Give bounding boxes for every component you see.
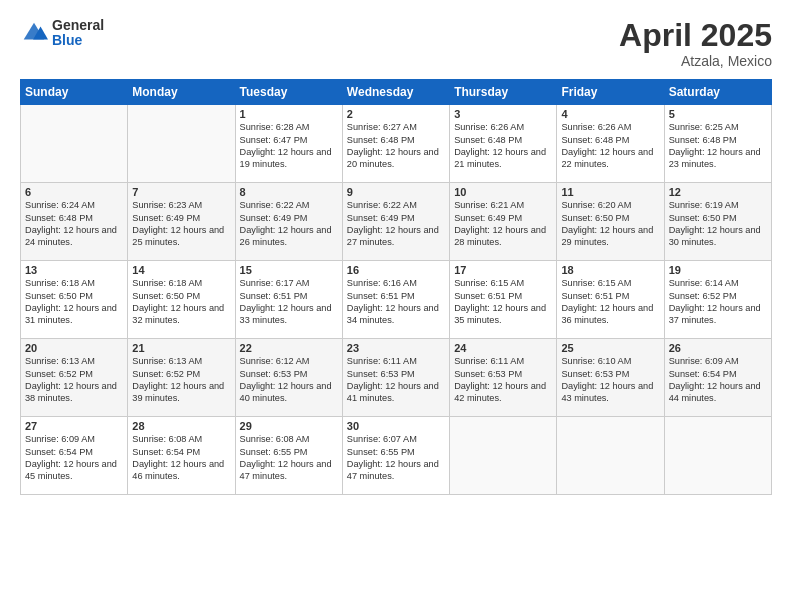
month-title: April 2025: [619, 18, 772, 53]
day-info: Sunrise: 6:26 AMSunset: 6:48 PMDaylight:…: [454, 121, 552, 171]
day-info: Sunrise: 6:09 AMSunset: 6:54 PMDaylight:…: [25, 433, 123, 483]
day-cell: 7Sunrise: 6:23 AMSunset: 6:49 PMDaylight…: [128, 183, 235, 261]
day-info: Sunrise: 6:10 AMSunset: 6:53 PMDaylight:…: [561, 355, 659, 405]
week-row-1: 1Sunrise: 6:28 AMSunset: 6:47 PMDaylight…: [21, 105, 772, 183]
col-saturday: Saturday: [664, 80, 771, 105]
day-info: Sunrise: 6:07 AMSunset: 6:55 PMDaylight:…: [347, 433, 445, 483]
col-wednesday: Wednesday: [342, 80, 449, 105]
day-number: 23: [347, 342, 445, 354]
week-row-4: 20Sunrise: 6:13 AMSunset: 6:52 PMDayligh…: [21, 339, 772, 417]
day-info: Sunrise: 6:15 AMSunset: 6:51 PMDaylight:…: [454, 277, 552, 327]
day-number: 26: [669, 342, 767, 354]
day-number: 13: [25, 264, 123, 276]
day-info: Sunrise: 6:21 AMSunset: 6:49 PMDaylight:…: [454, 199, 552, 249]
day-info: Sunrise: 6:14 AMSunset: 6:52 PMDaylight:…: [669, 277, 767, 327]
day-info: Sunrise: 6:17 AMSunset: 6:51 PMDaylight:…: [240, 277, 338, 327]
day-info: Sunrise: 6:09 AMSunset: 6:54 PMDaylight:…: [669, 355, 767, 405]
day-cell: 11Sunrise: 6:20 AMSunset: 6:50 PMDayligh…: [557, 183, 664, 261]
page-header: General Blue April 2025 Atzala, Mexico: [20, 18, 772, 69]
day-number: 27: [25, 420, 123, 432]
day-cell: [450, 417, 557, 495]
day-info: Sunrise: 6:12 AMSunset: 6:53 PMDaylight:…: [240, 355, 338, 405]
day-info: Sunrise: 6:20 AMSunset: 6:50 PMDaylight:…: [561, 199, 659, 249]
day-number: 21: [132, 342, 230, 354]
day-cell: 3Sunrise: 6:26 AMSunset: 6:48 PMDaylight…: [450, 105, 557, 183]
day-number: 7: [132, 186, 230, 198]
col-sunday: Sunday: [21, 80, 128, 105]
day-cell: 23Sunrise: 6:11 AMSunset: 6:53 PMDayligh…: [342, 339, 449, 417]
day-cell: 2Sunrise: 6:27 AMSunset: 6:48 PMDaylight…: [342, 105, 449, 183]
day-cell: [557, 417, 664, 495]
day-info: Sunrise: 6:19 AMSunset: 6:50 PMDaylight:…: [669, 199, 767, 249]
day-number: 5: [669, 108, 767, 120]
day-cell: 8Sunrise: 6:22 AMSunset: 6:49 PMDaylight…: [235, 183, 342, 261]
day-number: 4: [561, 108, 659, 120]
calendar-page: General Blue April 2025 Atzala, Mexico S…: [0, 0, 792, 612]
day-cell: 17Sunrise: 6:15 AMSunset: 6:51 PMDayligh…: [450, 261, 557, 339]
day-number: 2: [347, 108, 445, 120]
day-number: 11: [561, 186, 659, 198]
logo-text: General Blue: [52, 18, 104, 49]
day-cell: [664, 417, 771, 495]
logo: General Blue: [20, 18, 104, 49]
location: Atzala, Mexico: [619, 53, 772, 69]
day-cell: 18Sunrise: 6:15 AMSunset: 6:51 PMDayligh…: [557, 261, 664, 339]
col-friday: Friday: [557, 80, 664, 105]
day-number: 16: [347, 264, 445, 276]
day-info: Sunrise: 6:26 AMSunset: 6:48 PMDaylight:…: [561, 121, 659, 171]
day-info: Sunrise: 6:22 AMSunset: 6:49 PMDaylight:…: [240, 199, 338, 249]
week-row-5: 27Sunrise: 6:09 AMSunset: 6:54 PMDayligh…: [21, 417, 772, 495]
day-info: Sunrise: 6:11 AMSunset: 6:53 PMDaylight:…: [347, 355, 445, 405]
day-number: 8: [240, 186, 338, 198]
day-number: 15: [240, 264, 338, 276]
day-info: Sunrise: 6:08 AMSunset: 6:55 PMDaylight:…: [240, 433, 338, 483]
day-info: Sunrise: 6:18 AMSunset: 6:50 PMDaylight:…: [25, 277, 123, 327]
day-cell: 19Sunrise: 6:14 AMSunset: 6:52 PMDayligh…: [664, 261, 771, 339]
day-cell: 4Sunrise: 6:26 AMSunset: 6:48 PMDaylight…: [557, 105, 664, 183]
day-number: 18: [561, 264, 659, 276]
day-info: Sunrise: 6:15 AMSunset: 6:51 PMDaylight:…: [561, 277, 659, 327]
day-cell: 29Sunrise: 6:08 AMSunset: 6:55 PMDayligh…: [235, 417, 342, 495]
day-info: Sunrise: 6:08 AMSunset: 6:54 PMDaylight:…: [132, 433, 230, 483]
title-block: April 2025 Atzala, Mexico: [619, 18, 772, 69]
day-number: 12: [669, 186, 767, 198]
day-number: 24: [454, 342, 552, 354]
col-tuesday: Tuesday: [235, 80, 342, 105]
day-info: Sunrise: 6:22 AMSunset: 6:49 PMDaylight:…: [347, 199, 445, 249]
col-monday: Monday: [128, 80, 235, 105]
day-cell: 9Sunrise: 6:22 AMSunset: 6:49 PMDaylight…: [342, 183, 449, 261]
day-number: 17: [454, 264, 552, 276]
day-number: 3: [454, 108, 552, 120]
day-number: 19: [669, 264, 767, 276]
day-cell: 21Sunrise: 6:13 AMSunset: 6:52 PMDayligh…: [128, 339, 235, 417]
day-info: Sunrise: 6:13 AMSunset: 6:52 PMDaylight:…: [132, 355, 230, 405]
day-number: 30: [347, 420, 445, 432]
day-cell: [128, 105, 235, 183]
day-number: 6: [25, 186, 123, 198]
day-info: Sunrise: 6:27 AMSunset: 6:48 PMDaylight:…: [347, 121, 445, 171]
day-cell: 6Sunrise: 6:24 AMSunset: 6:48 PMDaylight…: [21, 183, 128, 261]
day-number: 9: [347, 186, 445, 198]
day-info: Sunrise: 6:16 AMSunset: 6:51 PMDaylight:…: [347, 277, 445, 327]
day-cell: 1Sunrise: 6:28 AMSunset: 6:47 PMDaylight…: [235, 105, 342, 183]
day-cell: 28Sunrise: 6:08 AMSunset: 6:54 PMDayligh…: [128, 417, 235, 495]
day-cell: 27Sunrise: 6:09 AMSunset: 6:54 PMDayligh…: [21, 417, 128, 495]
day-number: 20: [25, 342, 123, 354]
day-cell: 16Sunrise: 6:16 AMSunset: 6:51 PMDayligh…: [342, 261, 449, 339]
day-number: 28: [132, 420, 230, 432]
day-cell: 13Sunrise: 6:18 AMSunset: 6:50 PMDayligh…: [21, 261, 128, 339]
logo-blue: Blue: [52, 32, 82, 48]
week-row-3: 13Sunrise: 6:18 AMSunset: 6:50 PMDayligh…: [21, 261, 772, 339]
day-cell: 5Sunrise: 6:25 AMSunset: 6:48 PMDaylight…: [664, 105, 771, 183]
day-cell: 15Sunrise: 6:17 AMSunset: 6:51 PMDayligh…: [235, 261, 342, 339]
day-cell: 12Sunrise: 6:19 AMSunset: 6:50 PMDayligh…: [664, 183, 771, 261]
day-number: 22: [240, 342, 338, 354]
day-number: 10: [454, 186, 552, 198]
day-cell: 25Sunrise: 6:10 AMSunset: 6:53 PMDayligh…: [557, 339, 664, 417]
day-info: Sunrise: 6:25 AMSunset: 6:48 PMDaylight:…: [669, 121, 767, 171]
day-info: Sunrise: 6:18 AMSunset: 6:50 PMDaylight:…: [132, 277, 230, 327]
day-number: 25: [561, 342, 659, 354]
day-number: 1: [240, 108, 338, 120]
day-number: 14: [132, 264, 230, 276]
calendar-header-row: Sunday Monday Tuesday Wednesday Thursday…: [21, 80, 772, 105]
